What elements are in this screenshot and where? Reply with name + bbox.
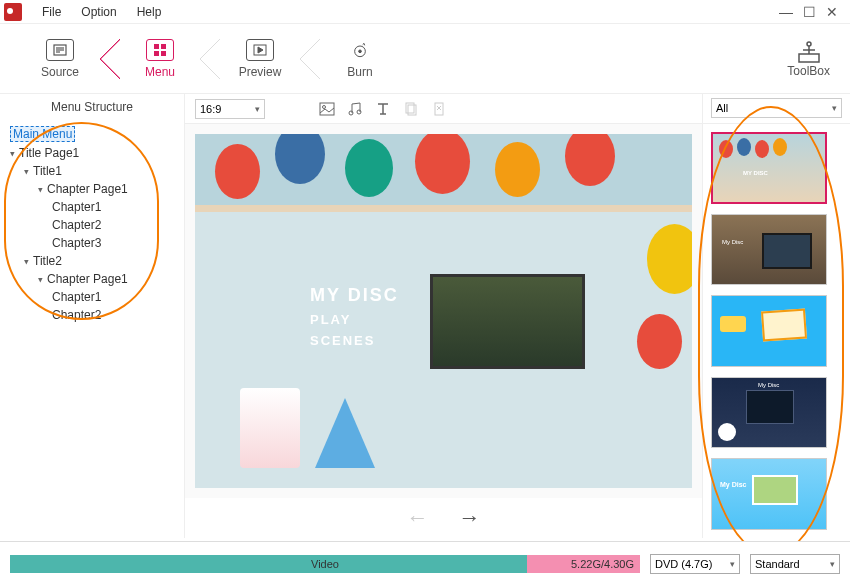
svg-rect-12 — [799, 54, 819, 62]
window-controls: — ☐ ✕ — [779, 4, 846, 20]
menu-tree: Main Menu Title Page1 Title1 Chapter Pag… — [0, 120, 184, 538]
maximize-button[interactable]: ☐ — [803, 4, 816, 20]
menu-icon — [146, 39, 174, 61]
source-icon — [46, 39, 74, 61]
step-source-label: Source — [41, 65, 79, 79]
preview-canvas[interactable]: MY DISC PLAY SCENES — [195, 134, 692, 488]
svg-point-11 — [359, 50, 362, 53]
tree-chapter2-b[interactable]: Chapter2 — [52, 306, 176, 324]
template-thumb[interactable] — [711, 295, 827, 367]
step-chevron-icon — [200, 39, 220, 79]
svg-rect-26 — [435, 103, 443, 115]
template-thumb[interactable]: MY DISC — [711, 132, 827, 204]
quality-select[interactable]: Standard▾ — [750, 554, 840, 574]
step-chevron-icon — [300, 39, 320, 79]
step-chevron-icon — [100, 39, 120, 79]
delete-icon — [431, 101, 447, 117]
svg-rect-4 — [154, 44, 159, 49]
tree-title2[interactable]: Title2 — [24, 252, 176, 270]
aspect-ratio-select[interactable]: 16:9▾ — [195, 99, 265, 119]
step-preview-label: Preview — [239, 65, 282, 79]
menu-file[interactable]: File — [32, 5, 71, 19]
minimize-button[interactable]: — — [779, 4, 793, 20]
tree-title1[interactable]: Title1 — [24, 162, 176, 180]
app-icon — [4, 3, 22, 21]
menu-option[interactable]: Option — [71, 5, 126, 19]
disc-menu-text: MY DISC PLAY SCENES — [310, 279, 399, 354]
tree-title-page1[interactable]: Title Page1 — [10, 144, 176, 162]
preview-scene: MY DISC PLAY SCENES — [195, 134, 692, 488]
template-thumb[interactable]: My Disc — [711, 214, 827, 286]
copy-icon — [403, 101, 419, 117]
step-preview[interactable]: Preview — [220, 39, 300, 79]
svg-point-14 — [807, 42, 811, 46]
template-panel: All▾ MY DISC My Disc My Disc My Disc — [702, 94, 850, 538]
template-thumb[interactable]: My Disc — [711, 377, 827, 449]
disc-usage-bar: Video 5.22G/4.30G — [10, 555, 640, 573]
svg-rect-5 — [161, 44, 166, 49]
usage-video-label: Video — [10, 558, 640, 570]
burn-icon — [346, 39, 374, 61]
toolbox-icon — [795, 40, 823, 64]
svg-point-17 — [323, 105, 326, 108]
menubar: File Option Help — ☐ ✕ — [0, 0, 850, 24]
disc-type-select[interactable]: DVD (4.7G)▾ — [650, 554, 740, 574]
tree-main-menu[interactable]: Main Menu — [10, 124, 176, 144]
nav-arrows: ← → — [185, 498, 702, 538]
tree-chapter-page1-b[interactable]: Chapter Page1 — [38, 270, 176, 288]
close-button[interactable]: ✕ — [826, 4, 838, 20]
svg-marker-9 — [258, 47, 263, 53]
template-filter-row: All▾ — [703, 94, 850, 124]
menu-help[interactable]: Help — [127, 5, 172, 19]
step-burn-label: Burn — [347, 65, 372, 79]
toolbox-label: ToolBox — [787, 64, 830, 78]
step-menu[interactable]: Menu — [120, 39, 200, 79]
tree-chapter2-a[interactable]: Chapter2 — [52, 216, 176, 234]
tree-chapter1-b[interactable]: Chapter1 — [52, 288, 176, 306]
status-bar: Video 5.22G/4.30G DVD (4.7G)▾ Standard▾ — [0, 541, 850, 585]
svg-rect-16 — [320, 103, 334, 115]
music-icon[interactable] — [347, 101, 363, 117]
template-thumb[interactable]: My Disc — [711, 458, 827, 530]
template-list[interactable]: MY DISC My Disc My Disc My Disc — [703, 124, 850, 538]
tree-chapter1-a[interactable]: Chapter1 — [52, 198, 176, 216]
prev-arrow-icon[interactable]: ← — [407, 505, 429, 531]
step-toolbar: Source Menu Preview Burn ToolBox — [0, 24, 850, 94]
image-icon[interactable] — [319, 101, 335, 117]
main-area: Menu Structure Main Menu Title Page1 Tit… — [0, 94, 850, 538]
tree-chapter-page1-a[interactable]: Chapter Page1 — [38, 180, 176, 198]
svg-rect-7 — [161, 51, 166, 56]
usage-size-text: 5.22G/4.30G — [571, 558, 634, 570]
step-burn[interactable]: Burn — [320, 39, 400, 79]
menu-structure-header: Menu Structure — [0, 94, 184, 120]
step-source[interactable]: Source — [20, 39, 100, 79]
tree-chapter3-a[interactable]: Chapter3 — [52, 234, 176, 252]
preview-toolbar: 16:9▾ — [185, 94, 702, 124]
next-arrow-icon[interactable]: → — [459, 505, 481, 531]
preview-panel: 16:9▾ MY DISC P — [185, 94, 702, 538]
step-menu-label: Menu — [145, 65, 175, 79]
video-thumbnail — [430, 274, 585, 369]
preview-icon — [246, 39, 274, 61]
text-icon[interactable] — [375, 101, 391, 117]
template-filter-select[interactable]: All▾ — [711, 98, 842, 118]
menu-structure-panel: Menu Structure Main Menu Title Page1 Tit… — [0, 94, 185, 538]
svg-rect-6 — [154, 51, 159, 56]
toolbox-button[interactable]: ToolBox — [787, 40, 830, 78]
